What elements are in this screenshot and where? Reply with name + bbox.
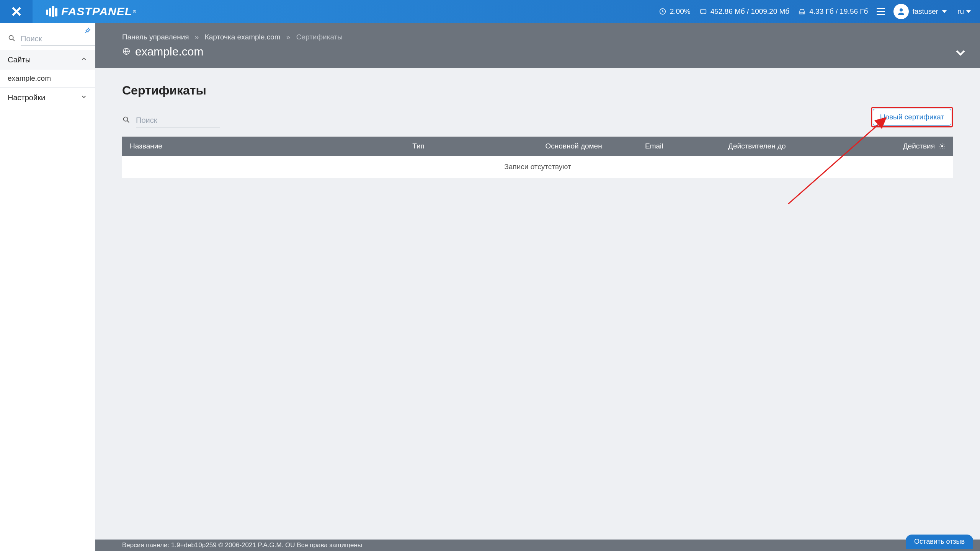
annotation-highlight: Новый сертификат	[871, 107, 953, 127]
table-search	[122, 114, 220, 127]
page-subheader: Панель управления » Карточка example.com…	[95, 23, 980, 68]
page-title: Сертификаты	[122, 83, 953, 98]
sidebar-group-sites-header[interactable]: Сайты	[0, 50, 95, 70]
pin-sidebar-button[interactable]	[83, 27, 91, 36]
svg-rect-1	[700, 10, 706, 13]
disk-icon	[798, 7, 806, 16]
footer: Версия панели: 1.9+deb10p259 © 2006-2021…	[95, 540, 980, 551]
pin-icon	[83, 27, 91, 34]
svg-point-7	[124, 117, 128, 121]
brand-logo[interactable]: FASTPANEL®	[46, 5, 136, 18]
th-type[interactable]: Тип	[405, 137, 537, 156]
chevron-down-icon	[942, 10, 947, 13]
svg-point-8	[941, 145, 943, 147]
svg-point-4	[900, 8, 903, 11]
breadcrumb-root[interactable]: Панель управления	[122, 33, 189, 41]
sidebar-group-settings-label: Настройки	[8, 93, 45, 102]
memory-stat[interactable]: 452.86 Мб / 1009.20 Мб	[699, 7, 790, 16]
certificates-table: Название Тип Основной домен Email Действ…	[122, 137, 953, 178]
topbar-right: 2.00% 452.86 Мб / 1009.20 Мб 4.33 Гб / 1…	[658, 4, 980, 19]
disk-value: 4.33 Гб / 19.56 Гб	[809, 7, 868, 16]
search-icon	[8, 34, 16, 44]
th-main-domain[interactable]: Основной домен	[538, 137, 638, 156]
memory-value: 452.86 Мб / 1009.20 Мб	[710, 7, 790, 16]
site-name-label: example.com	[135, 45, 203, 58]
breadcrumb: Панель управления » Карточка example.com…	[122, 33, 953, 41]
chevron-up-icon	[80, 55, 87, 64]
brand-reg: ®	[133, 9, 136, 14]
breadcrumb-sep: »	[195, 33, 199, 41]
close-icon	[11, 6, 22, 17]
language-switch[interactable]: ru	[957, 7, 971, 16]
disk-stat[interactable]: 4.33 Гб / 19.56 Гб	[798, 7, 868, 16]
th-actions-label: Действия	[903, 142, 935, 150]
chevron-down-icon	[966, 10, 971, 13]
sidebar-group-sites: Сайты example.com	[0, 50, 95, 88]
cpu-icon	[658, 7, 667, 16]
th-email[interactable]: Email	[637, 137, 720, 156]
memory-icon	[699, 7, 707, 16]
logo-bars-icon	[46, 6, 57, 17]
chevron-down-icon	[954, 46, 967, 59]
sidebar: Сайты example.com Настройки	[0, 23, 95, 551]
sidebar-item-examplecom[interactable]: example.com	[0, 70, 95, 88]
cpu-stat[interactable]: 2.00%	[658, 7, 691, 16]
sidebar-group-sites-label: Сайты	[8, 55, 31, 64]
gear-icon	[939, 143, 946, 150]
content-area: Сертификаты Новый сертификат Название Ти…	[95, 68, 980, 540]
toolbar: Новый сертификат	[122, 107, 953, 127]
table-header-row: Название Тип Основной домен Email Действ…	[122, 137, 953, 156]
topbar: FASTPANEL® 2.00% 452.86 Мб / 1009.20 Мб …	[0, 0, 980, 23]
lang-label: ru	[957, 7, 964, 16]
sidebar-group-settings-header[interactable]: Настройки	[0, 88, 95, 108]
sidebar-search	[0, 23, 95, 50]
brand-name: FASTPANEL	[61, 5, 132, 18]
th-name[interactable]: Название	[122, 137, 405, 156]
avatar-icon	[893, 4, 909, 19]
feedback-button[interactable]: Оставить отзыв	[906, 535, 973, 549]
th-valid-until[interactable]: Действителен до	[720, 137, 870, 156]
apps-menu-button[interactable]	[877, 8, 885, 15]
breadcrumb-current: Сертификаты	[296, 33, 343, 41]
breadcrumb-card[interactable]: Карточка example.com	[205, 33, 281, 41]
chevron-down-icon	[80, 93, 87, 102]
expand-subheader-button[interactable]	[954, 46, 967, 61]
user-menu[interactable]: fastuser	[893, 4, 947, 19]
table-empty-label: Записи отсутствуют	[122, 156, 953, 178]
username-label: fastuser	[913, 7, 939, 16]
table-search-input[interactable]	[136, 114, 220, 127]
globe-icon	[122, 45, 131, 58]
cpu-value: 2.00%	[670, 7, 691, 16]
table-empty-row: Записи отсутствуют	[122, 156, 953, 178]
search-icon	[122, 116, 131, 126]
th-actions[interactable]: Действия	[870, 137, 953, 156]
new-certificate-button[interactable]: Новый сертификат	[873, 109, 951, 126]
site-title: example.com	[122, 45, 953, 58]
close-button[interactable]	[0, 0, 33, 23]
svg-point-3	[804, 13, 804, 13]
svg-point-5	[9, 35, 13, 39]
breadcrumb-sep: »	[286, 33, 291, 41]
footer-version: Версия панели: 1.9+deb10p259 © 2006-2021…	[122, 541, 362, 549]
